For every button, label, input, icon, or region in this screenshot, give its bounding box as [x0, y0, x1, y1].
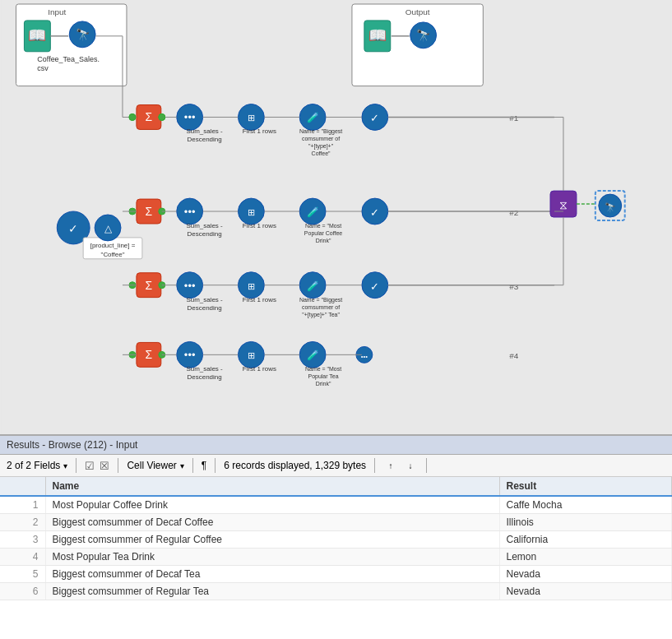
svg-text:Input: Input	[48, 7, 66, 16]
table-row: 6Biggest comsummer of Regular TeaNevada	[0, 583, 672, 600]
svg-text:•••: •••	[184, 111, 196, 123]
svg-text:•••: •••	[184, 280, 196, 292]
cell-result: California	[499, 531, 671, 549]
separator-4	[215, 458, 216, 473]
svg-text:Drink": Drink"	[316, 381, 331, 387]
scroll-down-btn[interactable]: ↓	[403, 458, 418, 473]
svg-text:📖: 📖	[368, 26, 387, 44]
panel-title: Results - Browse (212) - Input	[0, 436, 672, 455]
table-row: 2Biggest comsummer of Decaf CoffeeIllino…	[0, 514, 672, 531]
cell-name: Biggest comsummer of Decaf Tea	[45, 566, 499, 583]
svg-text:🔭: 🔭	[416, 29, 431, 43]
fields-label: 2 of 2 Fields	[7, 460, 60, 471]
x-icon-btn[interactable]: ☒	[100, 460, 109, 472]
col-result: Result	[499, 477, 671, 496]
svg-text:⧖: ⧖	[559, 198, 568, 211]
check-icon-btn[interactable]: ☑	[85, 460, 95, 472]
separator-5	[374, 458, 375, 473]
svg-text:Descending: Descending	[188, 136, 222, 143]
svg-text:comsummer of: comsummer of	[302, 136, 340, 141]
cell-name: Most Popular Coffee Drink	[45, 496, 499, 514]
svg-text:#1: #1	[509, 113, 519, 123]
svg-text:Descending: Descending	[188, 230, 222, 238]
svg-text:✓: ✓	[370, 112, 379, 124]
svg-text:△: △	[104, 223, 113, 234]
svg-text:Name = "Biggest: Name = "Biggest	[299, 297, 342, 303]
svg-text:Drink": Drink"	[316, 238, 331, 243]
svg-text:🧪: 🧪	[307, 280, 319, 292]
svg-text:Σ: Σ	[146, 110, 153, 123]
stats-label: 6 records displayed, 1,329 bytes	[224, 460, 366, 471]
svg-text:#4: #4	[509, 351, 519, 360]
svg-text:•••: •••	[184, 349, 196, 361]
svg-text:•••: •••	[184, 206, 196, 218]
svg-text:comsummer of: comsummer of	[302, 304, 340, 310]
svg-text:Coffee_Tea_Sales.: Coffee_Tea_Sales.	[37, 55, 100, 63]
svg-text:✓: ✓	[68, 222, 78, 235]
svg-text:⊞: ⊞	[248, 350, 255, 360]
separator-2	[118, 458, 118, 473]
cell-result: Nevada	[499, 566, 671, 583]
svg-text:First 1 rows: First 1 rows	[243, 296, 276, 303]
cell-record: 5	[0, 566, 45, 583]
svg-text:✓: ✓	[370, 280, 379, 293]
table-row: 5Biggest comsummer of Decaf TeaNevada	[0, 566, 672, 583]
pilcrow-icon: ¶	[202, 460, 206, 471]
svg-text:#2: #2	[509, 208, 519, 217]
table-row: 4Most Popular Tea DrinkLemon	[0, 549, 672, 566]
svg-text:Name = "Most: Name = "Most	[305, 366, 341, 372]
svg-text:Descending: Descending	[188, 304, 222, 312]
panel-title-text: Results - Browse (212) - Input	[7, 439, 137, 451]
svg-text:Popular Tea: Popular Tea	[308, 373, 339, 380]
svg-text:⊞: ⊞	[248, 281, 255, 291]
svg-text:🧪: 🧪	[307, 349, 319, 361]
svg-text:[product_line] =: [product_line] =	[90, 242, 136, 249]
table-row: 3Biggest comsummer of Regular CoffeeCali…	[0, 531, 672, 549]
svg-text:Descending: Descending	[188, 373, 222, 381]
cell-viewer-label: Cell Viewer	[127, 460, 176, 471]
svg-text:Sum_sales -: Sum_sales -	[187, 296, 224, 303]
svg-text:First 1 rows: First 1 rows	[243, 127, 276, 135]
toolbar: 2 of 2 Fields ▾ ☑ ☒ Cell Viewer ▾ ¶ 6 re…	[0, 455, 672, 477]
cell-name: Biggest comsummer of Decaf Coffee	[45, 514, 499, 531]
workflow-canvas: Input 📖 🔭 Coffee_Tea_Sales. csv Output 📖…	[0, 0, 672, 436]
svg-text:#3: #3	[509, 282, 519, 291]
results-table: Name Result 1Most Popular Coffee DrinkCa…	[0, 477, 672, 600]
cell-record: 3	[0, 531, 45, 549]
separator-1	[76, 458, 76, 473]
svg-text:Σ: Σ	[146, 279, 153, 292]
cell-result: Illinois	[499, 514, 671, 531]
check-icon: ☑	[85, 460, 95, 472]
chevron-down-icon: ▾	[63, 461, 67, 470]
svg-text:Σ: Σ	[146, 205, 153, 218]
svg-text:Popular Coffee: Popular Coffee	[304, 230, 342, 237]
svg-text:🔭: 🔭	[76, 28, 90, 42]
cell-record: 1	[0, 496, 45, 514]
svg-text:"+[type]+": "+[type]+"	[308, 143, 334, 150]
svg-text:csv: csv	[37, 64, 49, 72]
svg-point-138	[159, 113, 165, 120]
svg-text:"+[type]+" Tea": "+[type]+" Tea"	[302, 312, 340, 318]
pilcrow-btn[interactable]: ¶	[202, 460, 206, 471]
table-container: Name Result 1Most Popular Coffee DrinkCa…	[0, 477, 672, 639]
svg-text:Sum_sales -: Sum_sales -	[187, 222, 224, 229]
svg-text:Coffee": Coffee"	[312, 150, 331, 156]
svg-text:Σ: Σ	[146, 348, 153, 361]
cell-result: Nevada	[499, 583, 671, 600]
svg-text:⊞: ⊞	[248, 207, 255, 217]
svg-text:🧪: 🧪	[307, 111, 319, 123]
separator-6	[426, 458, 427, 473]
scroll-up-btn[interactable]: ↑	[383, 458, 398, 473]
svg-text:First 1 rows: First 1 rows	[243, 365, 276, 373]
svg-text:"Coffee": "Coffee"	[101, 251, 125, 258]
svg-text:⊞: ⊞	[248, 113, 255, 123]
cell-result: Caffe Mocha	[499, 496, 671, 514]
cell-record: 2	[0, 514, 45, 531]
svg-text:Name = "Most: Name = "Most	[305, 223, 341, 229]
fields-selector[interactable]: 2 of 2 Fields ▾	[7, 460, 67, 471]
cell-name: Biggest comsummer of Regular Coffee	[45, 531, 499, 549]
col-name: Name	[45, 477, 499, 496]
table-header: Name Result	[0, 477, 672, 496]
cell-viewer-btn[interactable]: Cell Viewer ▾	[127, 460, 183, 471]
x-icon: ☒	[100, 460, 109, 472]
